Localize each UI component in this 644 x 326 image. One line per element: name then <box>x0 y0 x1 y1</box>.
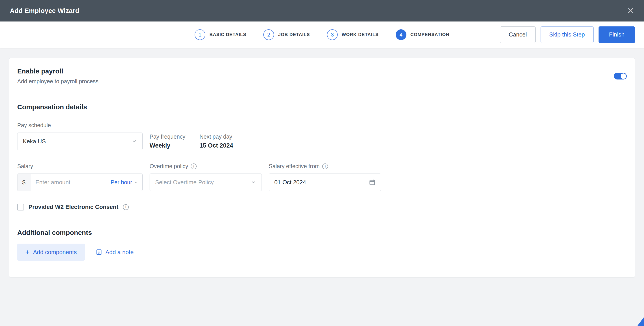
enable-payroll-section: Enable payroll Add employee to payroll p… <box>9 58 635 93</box>
wizard-content: Enable payroll Add employee to payroll p… <box>0 48 644 278</box>
wizard-actions: Cancel Skip this Step Finish <box>500 22 635 48</box>
chevron-down-icon <box>251 180 256 185</box>
chevron-down-icon <box>134 180 138 184</box>
effective-from-label: Salary effective from <box>269 163 320 170</box>
stepper-bar: 1 BASIC DETAILS 2 JOB DETAILS 3 WORK DET… <box>0 22 644 48</box>
info-icon: i <box>123 204 129 210</box>
note-icon <box>96 249 102 256</box>
additional-actions: + Add components Add a note <box>17 244 627 260</box>
step-4-label: COMPENSATION <box>410 32 450 37</box>
pay-schedule-label: Pay schedule <box>17 122 627 128</box>
salary-unit-select[interactable]: Per hour <box>106 174 142 191</box>
step-4-circle: 4 <box>396 29 406 40</box>
skip-step-button[interactable]: Skip this Step <box>540 26 594 43</box>
step-job-details[interactable]: 2 JOB DETAILS <box>263 29 310 40</box>
chat-launcher-partial[interactable] <box>637 317 644 326</box>
finish-button[interactable]: Finish <box>598 26 635 43</box>
info-icon: i <box>322 164 328 169</box>
salary-input-group: $ Per hour <box>17 174 143 191</box>
compensation-details-title: Compensation details <box>17 103 627 111</box>
salary-label: Salary <box>17 163 143 170</box>
pay-frequency-label: Pay frequency <box>150 134 192 140</box>
add-note-label: Add a note <box>106 249 134 256</box>
calendar-icon <box>369 179 376 186</box>
salary-col: Salary $ Per hour <box>17 163 143 191</box>
effective-from-label-row: Salary effective from i <box>269 163 381 170</box>
overtime-label-row: Overtime policy i <box>150 163 262 170</box>
pay-schedule-select[interactable]: Keka US <box>17 132 143 150</box>
enable-payroll-title: Enable payroll <box>17 68 98 75</box>
page-title: Add Employee Wizard <box>10 7 79 14</box>
next-pay-day-label: Next pay day <box>200 134 233 140</box>
chevron-down-icon <box>132 138 137 144</box>
pay-frequency-block: Pay frequency Weekly <box>150 134 192 149</box>
salary-unit-value: Per hour <box>110 179 132 186</box>
step-2-circle: 2 <box>263 29 274 40</box>
step-3-circle: 3 <box>327 29 338 40</box>
overtime-policy-select[interactable]: Select Overtime Policy <box>150 174 262 191</box>
stepper: 1 BASIC DETAILS 2 JOB DETAILS 3 WORK DET… <box>194 29 449 40</box>
enable-payroll-text: Enable payroll Add employee to payroll p… <box>17 68 98 85</box>
pay-frequency-value: Weekly <box>150 142 192 149</box>
effective-from-value: 01 Oct 2024 <box>274 179 306 186</box>
salary-row: Salary $ Per hour Overtime policy i <box>17 163 627 191</box>
info-icon: i <box>191 164 196 169</box>
wizard-header: Add Employee Wizard ✕ <box>0 0 644 22</box>
effective-from-col: Salary effective from i 01 Oct 2024 <box>269 163 381 191</box>
pay-schedule-row: Keka US Pay frequency Weekly Next pay da… <box>17 132 627 150</box>
step-2-label: JOB DETAILS <box>278 32 310 37</box>
enable-payroll-toggle[interactable] <box>614 73 627 80</box>
w2-consent-row: Provided W2 Electronic Consent i <box>17 204 627 210</box>
step-3-label: WORK DETAILS <box>342 32 379 37</box>
enable-payroll-subtitle: Add employee to payroll process <box>17 78 98 85</box>
salary-input[interactable] <box>30 174 106 191</box>
compensation-card: Enable payroll Add employee to payroll p… <box>9 58 635 278</box>
additional-components-title: Additional components <box>17 229 627 236</box>
step-1-label: BASIC DETAILS <box>209 32 246 37</box>
add-components-button[interactable]: + Add components <box>17 244 85 260</box>
w2-consent-label: Provided W2 Electronic Consent <box>28 204 118 210</box>
toggle-knob <box>621 74 626 79</box>
currency-prefix: $ <box>18 174 30 191</box>
overtime-label: Overtime policy <box>150 163 188 170</box>
cancel-button[interactable]: Cancel <box>500 26 536 43</box>
effective-from-datepicker[interactable]: 01 Oct 2024 <box>269 174 381 191</box>
next-pay-day-block: Next pay day 15 Oct 2024 <box>200 134 233 149</box>
add-note-button[interactable]: Add a note <box>96 249 134 256</box>
add-components-label: Add components <box>33 249 77 256</box>
step-basic-details[interactable]: 1 BASIC DETAILS <box>194 29 246 40</box>
close-icon[interactable]: ✕ <box>627 6 634 15</box>
pay-schedule-col: Keka US <box>17 132 143 150</box>
step-1-circle: 1 <box>194 29 205 40</box>
step-work-details[interactable]: 3 WORK DETAILS <box>327 29 379 40</box>
overtime-col: Overtime policy i Select Overtime Policy <box>150 163 262 191</box>
next-pay-day-value: 15 Oct 2024 <box>200 142 233 149</box>
pay-schedule-value: Keka US <box>23 138 46 145</box>
plus-icon: + <box>25 248 30 256</box>
overtime-placeholder: Select Overtime Policy <box>155 179 214 186</box>
w2-consent-checkbox[interactable] <box>17 204 24 210</box>
compensation-details-section: Compensation details Pay schedule Keka U… <box>9 93 635 277</box>
step-compensation[interactable]: 4 COMPENSATION <box>396 29 450 40</box>
